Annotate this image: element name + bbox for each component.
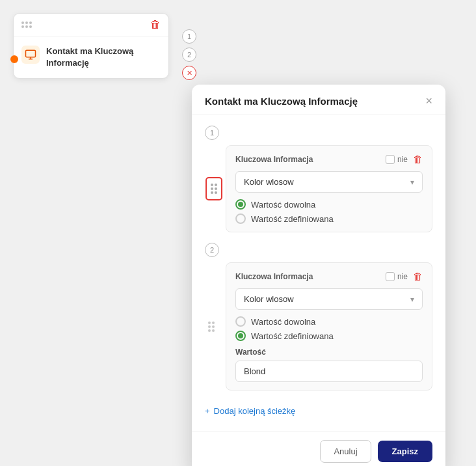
background-card: 🗑 Kontakt ma Kluczową Informację <box>13 13 169 79</box>
path1-chevron-icon: ▾ <box>410 178 414 187</box>
svg-rect-0 <box>26 50 36 57</box>
path-section-1: 1 Kluczowa Informacja nie <box>205 126 432 232</box>
step-circle-2: 2 <box>182 48 196 62</box>
path1-field-right: nie 🗑 <box>386 154 423 165</box>
path1-radio-circle-1 <box>235 199 246 210</box>
modal-dialog: Kontakt ma Kluczową Informację × 1 Klucz… <box>192 85 445 466</box>
path2-radio-option1[interactable]: Wartość dowolna <box>235 316 423 327</box>
path1-dropdown-value: Kolor wlosow <box>244 177 294 187</box>
path-section-2: 2 Kluczowa Informacja nie 🗑 <box>205 243 432 391</box>
path-card-2: Kluczowa Informacja nie 🗑 Kolor wlosow ▾ <box>226 262 432 391</box>
path2-radio-group: Wartość dowolna Wartość zdefiniowana <box>235 316 423 341</box>
card-title: Kontakt ma Kluczową Informację <box>46 46 161 69</box>
path1-radio-option1[interactable]: Wartość dowolna <box>235 199 423 210</box>
path1-radio-label-2: Wartość zdefiniowana <box>251 214 334 224</box>
path2-radio-circle-2 <box>235 331 246 341</box>
path2-radio-label-1: Wartość dowolna <box>251 317 315 327</box>
path2-dropdown[interactable]: Kolor wlosow ▾ <box>235 288 423 310</box>
modal-header: Kontakt ma Kluczową Informację × <box>192 85 445 115</box>
card-body: Kontakt ma Kluczową Informację <box>14 36 168 78</box>
path2-field-right: nie 🗑 <box>386 271 423 282</box>
path2-value-label: Wartość <box>235 348 423 357</box>
modal-body: 1 Kluczowa Informacja nie <box>192 115 445 432</box>
path1-field-label: Kluczowa Informacja <box>235 155 313 164</box>
path1-checkbox-box[interactable] <box>386 155 395 164</box>
path1-radio-option2[interactable]: Wartość zdefiniowana <box>235 213 423 224</box>
save-button[interactable]: Zapisz <box>378 441 432 462</box>
add-path-label: Dodaj kolejną ścieżkę <box>214 406 296 416</box>
path1-dropdown[interactable]: Kolor wlosow ▾ <box>235 171 423 193</box>
path1-field-row: Kluczowa Informacja nie 🗑 <box>235 154 423 165</box>
path-number-1: 1 <box>205 126 219 140</box>
path1-radio-label-1: Wartość dowolna <box>251 200 315 210</box>
path2-checkbox-box[interactable] <box>386 272 395 281</box>
path1-nie-label: nie <box>397 155 408 164</box>
path2-chevron-icon: ▾ <box>410 295 414 304</box>
modal-close-button[interactable]: × <box>425 95 432 107</box>
drag-icon-highlighted[interactable] <box>205 177 222 200</box>
path2-radio-label-2: Wartość zdefiniowana <box>251 331 334 341</box>
step-numbers-sidebar: 1 2 ✕ <box>182 29 196 80</box>
path1-radio-circle-2 <box>235 213 246 224</box>
path2-radio-option2[interactable]: Wartość zdefiniowana <box>235 331 423 341</box>
path2-dropdown-value: Kolor wlosow <box>244 294 294 304</box>
card-drag-handle[interactable] <box>21 21 32 28</box>
path-header-1: 1 <box>205 126 432 140</box>
plus-icon: + <box>205 406 210 416</box>
modal-footer: Anuluj Zapisz <box>192 432 445 466</box>
path2-value-section: Wartość <box>235 348 423 382</box>
path1-nie-checkbox[interactable]: nie <box>386 155 408 164</box>
path2-field-row: Kluczowa Informacja nie 🗑 <box>235 271 423 282</box>
path-header-2: 2 <box>205 243 432 257</box>
path-card-1: Kluczowa Informacja nie 🗑 Kolor wlosow ▾ <box>226 145 432 232</box>
card-icon <box>21 46 40 64</box>
modal-title: Kontakt ma Kluczową Informację <box>205 96 358 107</box>
path2-nie-checkbox[interactable]: nie <box>386 272 408 281</box>
card-delete-button[interactable]: 🗑 <box>150 19 161 31</box>
step-circle-1: 1 <box>182 29 196 44</box>
path2-value-input[interactable] <box>235 361 423 382</box>
path2-delete-button[interactable]: 🗑 <box>413 271 423 282</box>
path2-nie-label: nie <box>397 272 408 281</box>
orange-status-dot <box>10 55 18 63</box>
path2-drag-handle[interactable] <box>208 322 215 332</box>
path1-delete-button[interactable]: 🗑 <box>413 154 423 165</box>
path2-field-label: Kluczowa Informacja <box>235 272 313 281</box>
add-path-button[interactable]: + Dodaj kolejną ścieżkę <box>205 401 295 421</box>
step-circle-x: ✕ <box>182 66 196 80</box>
path-number-2: 2 <box>205 243 219 257</box>
cancel-button[interactable]: Anuluj <box>320 440 371 463</box>
path1-radio-group: Wartość dowolna Wartość zdefiniowana <box>235 199 423 224</box>
path2-radio-circle-1 <box>235 316 246 327</box>
card-top-bar: 🗑 <box>14 14 168 36</box>
drag-dots <box>211 184 217 194</box>
